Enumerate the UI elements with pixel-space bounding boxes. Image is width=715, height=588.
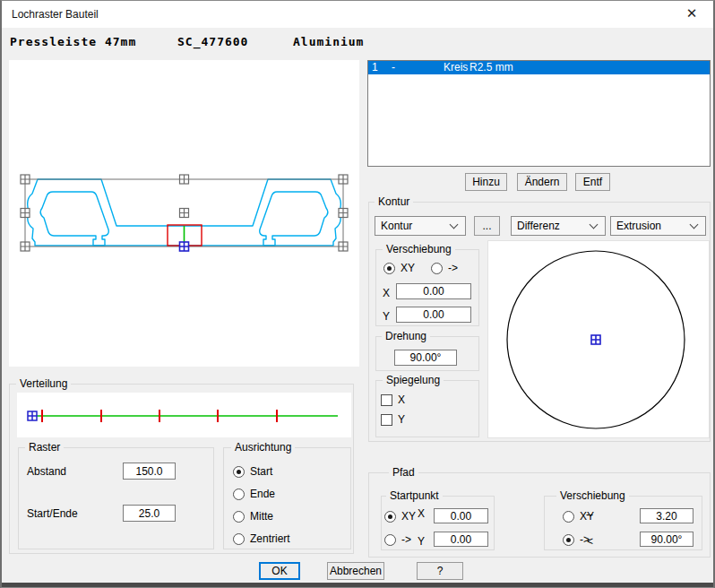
center-grip[interactable]: [591, 335, 600, 344]
spiegelung-group-label: Spiegelung: [383, 374, 444, 386]
radio-polar[interactable]: ->: [431, 262, 458, 274]
abstand-label: Abstand: [27, 465, 66, 478]
distribution-preview-panel: [17, 393, 351, 437]
pfad-verschiebung-group-label: Verschiebung: [556, 489, 629, 502]
item-shape: Kreis: [444, 61, 468, 74]
start-ende-input[interactable]: [123, 505, 176, 522]
drehung-group-label: Drehung: [382, 330, 430, 342]
pfad-group-label: Pfad: [389, 466, 418, 479]
article-number: SC_477600: [177, 35, 248, 48]
change-button[interactable]: Ändern: [517, 173, 567, 191]
y-input[interactable]: [396, 307, 471, 323]
angle-label: <: [587, 535, 593, 548]
contour-preview-panel: [487, 240, 710, 438]
kontur-group-label: Kontur: [375, 195, 413, 208]
chevron-down-icon: [690, 220, 699, 229]
raster-group-label: Raster: [25, 441, 64, 454]
raster-group: [18, 447, 214, 549]
spiegelung-group: [375, 380, 479, 437]
add-button[interactable]: Hinzu: [465, 173, 507, 191]
profile-drawing: [9, 60, 359, 367]
radio-align-mitte[interactable]: Mitte: [233, 510, 273, 523]
distance-label: --: [586, 508, 593, 521]
dialog-title: Lochraster Bauteil: [12, 8, 99, 21]
item-index: 1: [372, 61, 378, 74]
distribution-drawing: [17, 393, 351, 437]
ok-button[interactable]: OK: [259, 562, 300, 580]
contour-circle-drawing: [488, 241, 709, 437]
ausrichtung-group-label: Ausrichtung: [231, 441, 295, 454]
startpunkt-y-label: Y: [418, 535, 425, 548]
title-bar: Lochraster Bauteil ✕: [2, 1, 713, 28]
radio-align-zentriert[interactable]: Zentriert: [233, 532, 290, 545]
contour-list-item[interactable]: 1 - Kreis R2.5 mm: [368, 61, 710, 74]
radio-align-start[interactable]: Start: [233, 465, 272, 478]
distance-input[interactable]: [640, 508, 693, 523]
remove-button[interactable]: Entf: [575, 173, 610, 191]
radio-align-ende[interactable]: Ende: [233, 488, 275, 500]
chevron-down-icon: [590, 220, 599, 229]
part-name: Pressleiste 47mm: [10, 35, 136, 48]
operation-combobox[interactable]: Differenz: [511, 216, 606, 236]
contour-listbox[interactable]: 1 - Kreis R2.5 mm: [367, 60, 711, 167]
browse-button[interactable]: ...: [474, 216, 500, 236]
startpunkt-radio-xy[interactable]: XY: [384, 510, 416, 523]
angle-input[interactable]: [640, 532, 693, 547]
verschiebung-group-label: Verschiebung: [383, 243, 455, 255]
cancel-button[interactable]: Abbrechen: [327, 562, 384, 580]
startpunkt-radio-polar[interactable]: ->: [384, 533, 411, 546]
x-input[interactable]: [396, 283, 471, 299]
item-size: R2.5 mm: [469, 61, 513, 74]
window-bottom-border: [2, 583, 713, 587]
insertion-point-grip[interactable]: [180, 242, 189, 251]
startpunkt-group-label: Startpunkt: [386, 489, 443, 502]
drehung-input[interactable]: [394, 350, 457, 366]
close-icon[interactable]: ✕: [682, 5, 702, 22]
verteilung-group-label: Verteilung: [16, 377, 71, 390]
kontur-combobox[interactable]: Kontur: [375, 216, 466, 236]
help-button[interactable]: ?: [417, 562, 463, 580]
type-combobox[interactable]: Extrusion: [610, 216, 706, 236]
chevron-down-icon: [450, 220, 459, 229]
y-label: Y: [383, 310, 390, 323]
profile-preview-panel: [9, 60, 359, 367]
x-label: X: [383, 287, 390, 299]
mirror-y-checkbox[interactable]: Y: [381, 413, 405, 426]
start-ende-label: Start/Ende: [27, 507, 78, 520]
startpunkt-y-input[interactable]: [434, 532, 488, 547]
pfad-radio-polar[interactable]: ->: [563, 533, 590, 546]
abstand-input[interactable]: [123, 463, 176, 480]
material: Aluminium: [293, 35, 364, 48]
start-point-grip[interactable]: [28, 411, 37, 420]
mirror-x-checkbox[interactable]: X: [381, 393, 405, 406]
startpunkt-x-input[interactable]: [434, 508, 488, 523]
lochraster-bauteil-dialog: Lochraster Bauteil ✕ Pressleiste 47mm SC…: [0, 0, 715, 588]
item-separator: -: [392, 61, 395, 74]
radio-xy[interactable]: XY: [383, 262, 415, 274]
startpunkt-x-label: X: [418, 507, 425, 520]
